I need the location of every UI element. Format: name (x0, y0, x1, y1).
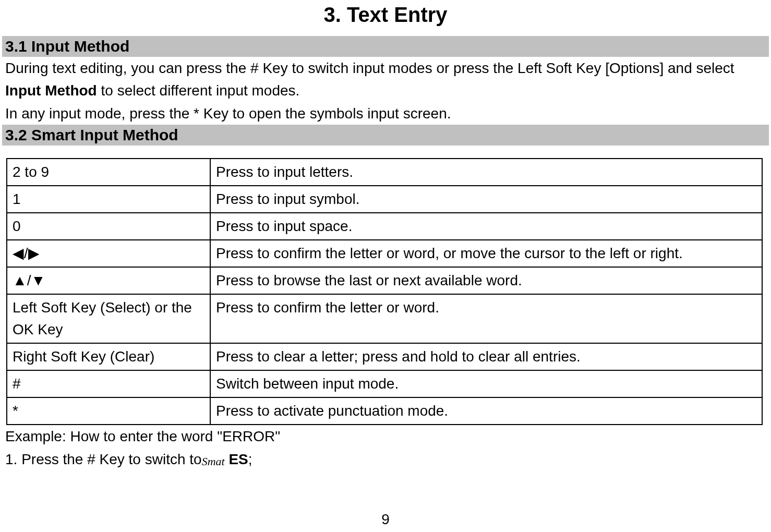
paragraph-2: In any input mode, press the * Key to op… (2, 102, 769, 125)
key-cell: * (7, 397, 210, 425)
key-cell: ◀/▶ (7, 240, 210, 267)
desc-cell: Press to input symbol. (210, 186, 762, 213)
page-number: 9 (0, 511, 771, 528)
section-3-2-heading: 3.2 Smart Input Method (2, 125, 769, 146)
desc-cell: Press to confirm the letter or word. (210, 294, 762, 343)
key-cell: 1 (7, 186, 210, 213)
key-cell: Right Soft Key (Clear) (7, 343, 210, 370)
step-1: 1. Press the # Key to switch toSmat ES; (2, 448, 769, 470)
table-row: 1 Press to input symbol. (7, 186, 762, 213)
table-row: * Press to activate punctuation mode. (7, 397, 762, 425)
smart-input-table: 2 to 9 Press to input letters. 1 Press t… (6, 158, 763, 425)
key-cell: ▲/▼ (7, 267, 210, 294)
desc-cell: Switch between input mode. (210, 370, 762, 397)
p1-bold: Input Method (5, 82, 97, 99)
table-row: Right Soft Key (Clear) Press to clear a … (7, 343, 762, 370)
desc-cell: Press to activate punctuation mode. (210, 397, 762, 425)
table-row: 2 to 9 Press to input letters. (7, 159, 762, 186)
key-cell: # (7, 370, 210, 397)
p1-post: to select different input modes. (97, 82, 300, 99)
p1-pre: During text editing, you can press the #… (5, 60, 734, 76)
key-cell: 0 (7, 213, 210, 240)
table-row: 0 Press to input space. (7, 213, 762, 240)
page-container: 3. Text Entry 3.1 Input Method During te… (0, 0, 771, 532)
desc-cell: Press to clear a letter; press and hold … (210, 343, 762, 370)
step1-bold: ES (228, 451, 248, 467)
smart-icon: Smat (202, 453, 225, 470)
example-line: Example: How to enter the word "ERROR" (2, 425, 769, 448)
desc-cell: Press to input space. (210, 213, 762, 240)
desc-cell: Press to input letters. (210, 159, 762, 186)
spacer (2, 146, 769, 156)
table-row: ◀/▶ Press to confirm the letter or word,… (7, 240, 762, 267)
key-cell: 2 to 9 (7, 159, 210, 186)
chapter-title: 3. Text Entry (2, 0, 769, 36)
table-row: ▲/▼ Press to browse the last or next ava… (7, 267, 762, 294)
desc-cell: Press to confirm the letter or word, or … (210, 240, 762, 267)
key-cell: Left Soft Key (Select) or the OK Key (7, 294, 210, 343)
step1-post: ; (248, 451, 252, 467)
step1-pre: 1. Press the # Key to switch to (5, 451, 202, 467)
table-row: Left Soft Key (Select) or the OK Key Pre… (7, 294, 762, 343)
desc-cell: Press to browse the last or next availab… (210, 267, 762, 294)
table-row: # Switch between input mode. (7, 370, 762, 397)
section-3-1-heading: 3.1 Input Method (2, 36, 769, 57)
paragraph-1: During text editing, you can press the #… (2, 57, 769, 102)
